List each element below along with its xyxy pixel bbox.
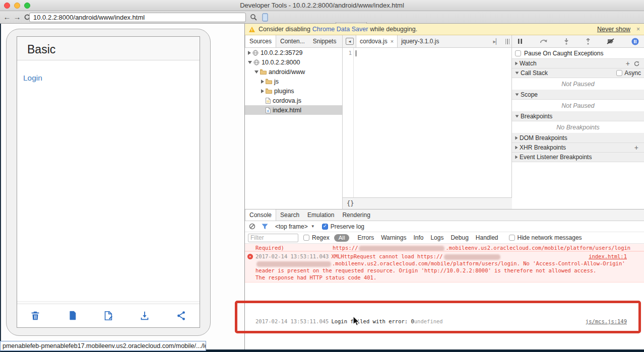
console-tab-rendering[interactable]: Rendering (338, 209, 374, 221)
filter-funnel-icon[interactable] (262, 224, 268, 230)
subtab-sources[interactable]: Sources (245, 35, 276, 47)
section-label: DOM Breakpoints (520, 134, 567, 142)
preserve-log-checkbox[interactable] (322, 224, 328, 230)
expander-right-icon[interactable] (248, 51, 251, 55)
expander-right-icon[interactable] (261, 80, 264, 84)
section-header-scope[interactable]: Scope (512, 90, 644, 100)
console-message[interactable]: Required)https://.mobileenv.us2.oraclecl… (245, 244, 644, 251)
tree-item-index-html[interactable]: index.html (245, 105, 342, 115)
section-header-dom-breakpoints[interactable]: DOM Breakpoints (512, 133, 644, 143)
deactivate-breakpoints-icon[interactable] (607, 38, 615, 44)
expander-down-icon[interactable] (516, 72, 519, 74)
app-toolbar (17, 304, 200, 327)
tree-item-10-0-2-2-8000[interactable]: 10.0.2.2:8000 (245, 57, 342, 67)
tree-item-plugins[interactable]: plugins (245, 86, 342, 96)
pause-on-exceptions-icon[interactable] (631, 38, 639, 45)
level-filter-handled[interactable]: Handled (476, 234, 498, 241)
app-title: Basic (27, 43, 55, 56)
expander-right-icon[interactable] (515, 146, 518, 150)
hide-network-label: Hide network messages (518, 234, 582, 241)
console-message[interactable]: ✕2017-02-14 13:53:11.043XMLHttpRequest c… (245, 251, 644, 283)
pause-icon[interactable] (517, 38, 523, 44)
panel-layout-icon[interactable] (504, 39, 510, 44)
never-show-link[interactable]: Never show (597, 26, 630, 33)
section-label: Breakpoints (521, 113, 552, 120)
section-body-call-stack: Not Paused (512, 78, 644, 90)
console-tab-console[interactable]: Console (245, 209, 276, 221)
level-filter-info[interactable]: Info (413, 234, 423, 241)
forward-button[interactable]: → (12, 12, 22, 22)
expander-right-icon[interactable] (515, 136, 518, 140)
infobar-close-icon[interactable]: × (636, 26, 640, 33)
level-filter-errors[interactable]: Errors (357, 234, 374, 241)
level-filter-logs[interactable]: Logs (430, 234, 443, 241)
regex-checkbox[interactable] (303, 235, 309, 241)
globe-icon (252, 50, 259, 56)
search-icon[interactable] (250, 14, 257, 21)
expander-right-icon[interactable] (515, 156, 518, 159)
hide-navigator-icon[interactable]: ◂ (346, 38, 354, 45)
console-tab-emulation[interactable]: Emulation (303, 209, 338, 221)
tree-item-cordova-js[interactable]: cordova.js (245, 96, 342, 105)
section-header-breakpoints[interactable]: Breakpoints (512, 112, 644, 121)
level-filter-debug[interactable]: Debug (450, 234, 468, 241)
expander-down-icon[interactable] (248, 61, 252, 64)
console-tab-search[interactable]: Search (276, 209, 303, 221)
level-filter-all[interactable]: All (334, 234, 350, 242)
subtab-snippets[interactable]: Snippets (309, 35, 341, 47)
address-bar[interactable]: 10.0.2.2:8000/android/www/index.html (29, 13, 246, 22)
section-header-watch[interactable]: Watch+ (512, 59, 644, 68)
tree-item-android-www[interactable]: android/www (245, 67, 342, 77)
add-icon[interactable]: + (632, 144, 641, 152)
subtab-conten[interactable]: Conten... (276, 35, 309, 47)
step-out-icon[interactable] (586, 38, 591, 45)
add-icon[interactable]: + (623, 59, 632, 67)
expander-right-icon[interactable] (515, 62, 518, 65)
data-saver-link[interactable]: Chrome Data Saver (312, 26, 368, 33)
folder-icon (266, 88, 272, 94)
section-header-xhr-breakpoints[interactable]: XHR Breakpoints+ (512, 143, 644, 153)
back-button[interactable]: ← (2, 12, 12, 22)
async-checkbox[interactable] (616, 70, 622, 76)
close-tab-icon[interactable]: × (391, 35, 394, 47)
section-label: Event Listener Breakpoints (520, 154, 592, 161)
section-header-call-stack[interactable]: Call StackAsync (512, 68, 644, 78)
frame-selector[interactable]: <top frame> (275, 223, 308, 230)
sources-subtab-bar: SourcesConten...Snippets (245, 35, 343, 48)
tree-item-label: 10.0.2.2:35729 (261, 49, 302, 56)
download-icon[interactable] (139, 310, 150, 321)
tree-item-10-0-2-2-35729[interactable]: 10.0.2.2:35729 (245, 48, 342, 57)
copy-icon[interactable] (67, 310, 78, 321)
section-header-event-listener-breakpoints[interactable]: Event Listener Breakpoints (512, 153, 644, 162)
hide-network-checkbox[interactable] (509, 235, 515, 241)
show-drawer-icon[interactable]: ▸▏ (493, 38, 500, 45)
refresh-icon[interactable] (632, 61, 641, 66)
pause-on-caught-label: Pause On Caught Exceptions (524, 50, 603, 57)
tree-item-js[interactable]: js (245, 77, 342, 86)
message-line: Required)https://.mobileenv.us2.oraclecl… (255, 244, 640, 251)
section-label: Watch (520, 60, 537, 67)
expander-down-icon[interactable] (516, 93, 519, 96)
code-editor[interactable]: 1 {} (343, 48, 512, 209)
level-filter-warnings[interactable]: Warnings (381, 234, 406, 241)
expander-down-icon[interactable] (254, 71, 259, 74)
share-icon[interactable] (176, 310, 187, 321)
editor-tab-cordova-js[interactable]: cordova.js× (356, 35, 398, 47)
section-label: XHR Breakpoints (520, 144, 566, 151)
folder-icon (260, 69, 267, 75)
debugger-toolbar (512, 35, 644, 48)
expander-down-icon[interactable] (516, 115, 519, 117)
clear-console-icon[interactable] (249, 223, 255, 230)
editor-tab-jquery-3-1-0-js[interactable]: jquery-3.1.0.js (398, 35, 442, 47)
trash-icon[interactable] (30, 310, 41, 321)
pause-on-caught-checkbox[interactable] (515, 50, 521, 56)
pretty-print-icon[interactable]: {} (347, 200, 354, 207)
device-toolbar-icon[interactable] (262, 13, 268, 22)
login-link[interactable]: Login (23, 74, 42, 83)
filter-input[interactable] (248, 234, 298, 242)
step-over-icon[interactable] (540, 38, 548, 44)
edit-document-icon[interactable] (103, 310, 114, 321)
step-into-icon[interactable] (564, 38, 569, 45)
expander-right-icon[interactable] (261, 89, 264, 93)
source-link[interactable]: index.html:1 (589, 253, 627, 260)
